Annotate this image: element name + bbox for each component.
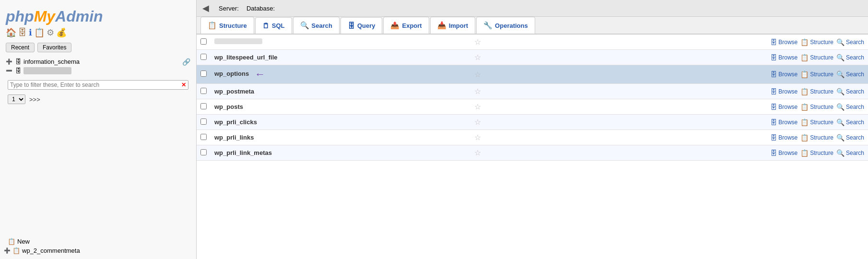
star-empty-icon[interactable]: ☆	[474, 133, 481, 141]
tab-import[interactable]: 📥 Import	[430, 17, 475, 34]
search-link[interactable]: 🔍Search	[836, 71, 864, 78]
server-label: Server:	[219, 5, 239, 12]
info-icon[interactable]: ℹ	[29, 27, 32, 38]
tab-query[interactable]: 🗄 Query	[340, 17, 383, 34]
search-link[interactable]: 🔍Search	[836, 54, 864, 61]
tab-structure[interactable]: 📋 Structure	[200, 17, 254, 34]
search-link[interactable]: 🔍Search	[836, 88, 864, 95]
star-cell[interactable]: ☆	[470, 84, 485, 99]
db-icon: 🗄	[15, 58, 22, 65]
row-checkbox[interactable]	[200, 103, 207, 109]
structure-tab-icon: 📋	[208, 21, 217, 30]
table-name: wp_prli_link_metas	[211, 145, 470, 161]
browse-link[interactable]: 🗄Browse	[770, 118, 798, 126]
tab-export[interactable]: 📤 Export	[383, 17, 429, 34]
browse-link[interactable]: 🗄Browse	[770, 71, 798, 78]
link-icon[interactable]: 🔗	[182, 58, 190, 66]
row-checkbox[interactable]	[200, 118, 207, 125]
copy-icon[interactable]: 📋	[34, 27, 45, 38]
tree-item-masked[interactable]: ➖ 🗄 ■■■■■■■■	[4, 66, 192, 75]
row-checkbox[interactable]	[200, 71, 207, 77]
actions-cell: 🗄Browse📋Structure🔍Search	[485, 35, 868, 50]
star-cell[interactable]: ☆	[470, 35, 485, 50]
search-link-icon: 🔍	[836, 134, 845, 141]
recent-button[interactable]: Recent	[6, 43, 35, 52]
favorites-button[interactable]: Favorites	[37, 43, 71, 52]
table-row: wp_postmeta☆🗄Browse📋Structure🔍Search	[197, 84, 868, 99]
query-tab-icon: 🗄	[348, 22, 355, 30]
settings-icon[interactable]: ⚙	[47, 27, 54, 38]
browse-icon: 🗄	[770, 118, 777, 126]
structure-link[interactable]: 📋Structure	[800, 134, 833, 141]
row-checkbox[interactable]	[200, 54, 207, 60]
row-checkbox[interactable]	[200, 88, 207, 94]
logo-icons: 🏠 🗄 ℹ 📋 ⚙ 💰	[6, 27, 190, 38]
filter-input[interactable]	[10, 82, 181, 88]
structure-link[interactable]: 📋Structure	[800, 38, 833, 46]
import-tab-icon: 📥	[437, 21, 446, 30]
star-empty-icon[interactable]: ☆	[474, 38, 481, 46]
db-commentmeta-label: wp_2_commentmeta	[22, 247, 80, 254]
table-row: wp_prli_link_metas☆🗄Browse📋Structure🔍Sea…	[197, 145, 868, 161]
browse-link[interactable]: 🗄Browse	[770, 134, 798, 141]
star-cell[interactable]: ☆	[470, 130, 485, 145]
sidebar-db-commentmeta[interactable]: ➕ 📋 wp_2_commentmeta	[0, 246, 196, 255]
browse-link[interactable]: 🗄Browse	[770, 88, 798, 95]
actions-cell: 🗄Browse📋Structure🔍Search	[485, 65, 868, 84]
db-prefix: Database:	[246, 5, 275, 12]
tab-operations[interactable]: 🔧 Operations	[476, 17, 535, 34]
star-empty-icon[interactable]: ☆	[474, 71, 481, 79]
dollar-icon[interactable]: 💰	[56, 27, 67, 38]
star-empty-icon[interactable]: ☆	[474, 87, 481, 95]
tree-area: ➕ 🗄 information_schema ➖ 🗄 ■■■■■■■■ 🔗 ✕ …	[0, 55, 196, 237]
search-link[interactable]: 🔍Search	[836, 118, 864, 126]
structure-link-icon: 📋	[800, 71, 809, 78]
row-checkbox[interactable]	[200, 38, 207, 45]
sidebar-new-item[interactable]: 📋 New	[0, 237, 196, 246]
browse-link[interactable]: 🗄Browse	[770, 38, 798, 46]
row-checkbox[interactable]	[200, 134, 207, 140]
star-empty-icon[interactable]: ☆	[474, 53, 481, 61]
star-empty-icon[interactable]: ☆	[474, 149, 481, 157]
page-select[interactable]: 1	[8, 94, 25, 104]
structure-link-icon: 📋	[800, 54, 809, 61]
star-cell[interactable]: ☆	[470, 65, 485, 84]
next-page-button[interactable]: >>>	[29, 96, 40, 103]
browse-icon: 🗄	[770, 103, 777, 111]
search-link[interactable]: 🔍Search	[836, 149, 864, 157]
filter-box: ✕	[8, 80, 188, 90]
star-empty-icon[interactable]: ☆	[474, 103, 481, 111]
structure-link[interactable]: 📋Structure	[800, 118, 833, 126]
db-table: ☆🗄Browse📋Structure🔍Searchwp_litespeed_ur…	[197, 35, 868, 161]
structure-link[interactable]: 📋Structure	[800, 149, 833, 157]
filter-clear[interactable]: ✕	[181, 82, 186, 88]
home-icon[interactable]: 🏠	[6, 27, 16, 38]
back-button[interactable]: ◀	[202, 3, 209, 13]
search-link-icon: 🔍	[836, 149, 845, 157]
browse-link[interactable]: 🗄Browse	[770, 103, 798, 111]
search-link[interactable]: 🔍Search	[836, 134, 864, 141]
structure-link[interactable]: 📋Structure	[800, 71, 833, 78]
structure-link[interactable]: 📋Structure	[800, 103, 833, 111]
browse-link[interactable]: 🗄Browse	[770, 54, 798, 61]
search-link-icon: 🔍	[836, 38, 845, 46]
browse-icon: 🗄	[770, 54, 777, 61]
main-panel: ◀ Server: Database: 📋 Structure 🗒 SQL 🔍 …	[197, 0, 868, 259]
tab-sql[interactable]: 🗒 SQL	[255, 17, 292, 34]
structure-link[interactable]: 📋Structure	[800, 54, 833, 61]
star-cell[interactable]: ☆	[470, 145, 485, 161]
row-checkbox[interactable]	[200, 149, 207, 155]
arrow-indicator-icon: ←	[255, 68, 265, 81]
star-cell[interactable]: ☆	[470, 50, 485, 65]
browse-link[interactable]: 🗄Browse	[770, 149, 798, 157]
sql-icon[interactable]: 🗄	[18, 28, 27, 38]
star-cell[interactable]: ☆	[470, 115, 485, 130]
star-cell[interactable]: ☆	[470, 99, 485, 115]
star-empty-icon[interactable]: ☆	[474, 118, 481, 126]
structure-link[interactable]: 📋Structure	[800, 88, 833, 95]
db-label: Database:	[246, 5, 275, 12]
top-bar: ◀ Server: Database:	[197, 0, 868, 17]
search-link[interactable]: 🔍Search	[836, 38, 864, 46]
search-link[interactable]: 🔍Search	[836, 103, 864, 111]
tab-search[interactable]: 🔍 Search	[293, 17, 340, 34]
